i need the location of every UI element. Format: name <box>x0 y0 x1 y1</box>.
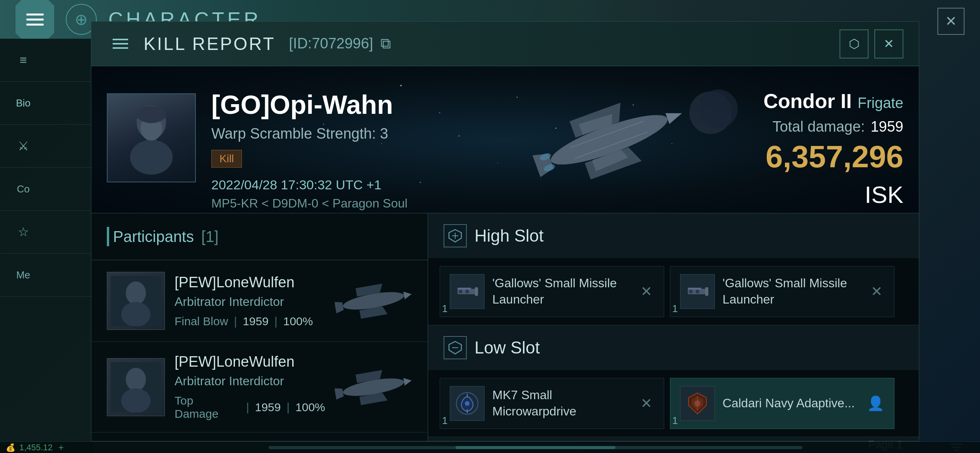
ship-stats: Condor II Frigate Total damage: 1959 6,3… <box>745 66 919 213</box>
ship-svg <box>503 76 716 204</box>
svg-point-59 <box>696 290 699 293</box>
participant-item-1[interactable]: [PEW]LoneWulfen Arbitrator Interdictor F… <box>91 260 428 342</box>
svg-rect-56 <box>705 287 708 296</box>
low-slot-item-1[interactable]: 1 MK7 Small Microwarpdrive <box>440 378 664 429</box>
svg-point-53 <box>459 290 463 293</box>
victim-warp-scramble: Warp Scramble Strength: 3 <box>211 125 474 142</box>
low-slot-item-2-user-icon: 👤 <box>867 395 884 412</box>
ship-area <box>474 66 745 213</box>
high-slot-item-2-qty: 1 <box>672 303 678 315</box>
mwd-icon-svg <box>454 390 481 417</box>
high-slot-icon <box>444 224 467 247</box>
participant-stats-2: Top Damage | 1959 | 100% <box>175 394 325 420</box>
low-slot-title: Low Slot <box>475 338 540 357</box>
external-link-button[interactable]: ⬡ <box>840 29 869 58</box>
total-damage-value: 1959 <box>870 118 903 135</box>
svg-rect-51 <box>475 287 478 296</box>
wallet-icon: 💰 <box>6 443 15 452</box>
low-slot-item-2-name: Caldari Navy Adaptive... <box>723 395 859 412</box>
main-menu-button[interactable] <box>15 0 54 39</box>
isk-amount: 6,357,296 <box>766 139 903 174</box>
participants-panel: Participants [1] [PEW]LoneWulfen Arbitra… <box>91 213 428 441</box>
horizontal-scrollbar <box>91 441 980 453</box>
participants-header-bar <box>107 227 109 246</box>
menu-line-1 <box>113 39 128 40</box>
sidebar-item-co[interactable]: Co <box>0 168 93 211</box>
low-slot-item-2[interactable]: 1 Caldari Navy Adaptive... 👤 <box>670 378 894 429</box>
main-content: Participants [1] [PEW]LoneWulfen Arbitra… <box>91 213 919 441</box>
svg-point-58 <box>689 290 693 293</box>
shield-adaptive-svg <box>684 390 711 417</box>
svg-point-54 <box>465 290 469 293</box>
sidebar-item-bio[interactable]: Bio <box>0 82 93 125</box>
participants-title: Participants [1] <box>113 228 219 245</box>
mid-slot-header: Mid Slot <box>428 437 919 441</box>
participant-stats-1: Final Blow | 1959 | 100% <box>175 315 325 328</box>
left-sidebar: ≡ Bio ⚔ Co ☆ Me 💰 1,455.12 + <box>0 39 93 453</box>
ship-type: Frigate <box>858 95 903 112</box>
high-slot-item-2[interactable]: 1 'Gallows' Small Missile Launcher <box>670 266 894 317</box>
kill-report-title: KILL REPORT <box>144 33 276 54</box>
victim-section: [GO]Opi-Wahn Warp Scramble Strength: 3 K… <box>91 66 919 213</box>
low-slot-icon <box>444 336 467 359</box>
wallet-bar: 💰 1,455.12 + <box>0 441 93 453</box>
kill-report-id: [ID:7072996] ⧉ <box>289 35 391 52</box>
high-slot-items: 1 'Gallows' Small Missile Launcher <box>428 258 919 325</box>
low-slot-item-1-name: MK7 Small Microwarpdrive <box>492 387 631 419</box>
high-slot-item-2-icon <box>680 274 715 309</box>
svg-point-41 <box>121 388 151 412</box>
sidebar-item-combat[interactable]: ⚔ <box>0 125 93 168</box>
svg-marker-43 <box>403 376 412 385</box>
victim-avatar-inner <box>108 94 195 182</box>
sidebar-item-menu[interactable]: ≡ <box>0 39 93 82</box>
close-kill-report-button[interactable]: ✕ <box>874 29 903 58</box>
isk-value-row: 6,357,296 ISK <box>760 139 903 210</box>
ship-name: Condor II <box>764 89 852 113</box>
kill-report-menu-button[interactable] <box>107 30 134 57</box>
svg-marker-21 <box>665 108 684 124</box>
co-icon: Co <box>14 179 33 199</box>
menu-icon <box>26 14 44 26</box>
victim-info: [GO]Opi-Wahn Warp Scramble Strength: 3 K… <box>211 66 474 213</box>
high-slot-header: High Slot <box>428 213 919 258</box>
slot-shield-svg <box>447 228 463 244</box>
participant-2-ship-svg <box>335 364 412 410</box>
low-slot-item-1-close[interactable]: ✕ <box>639 393 654 414</box>
participant-item-2[interactable]: [PEW]LoneWulfen Arbitrator Interdictor T… <box>91 342 428 432</box>
high-slot-item-1-name: 'Gallows' Small Missile Launcher <box>492 275 631 307</box>
svg-marker-36 <box>335 300 344 313</box>
scrollbar-track[interactable] <box>269 446 802 449</box>
svg-marker-22 <box>533 150 555 177</box>
high-slot-item-1-close[interactable]: ✕ <box>639 281 654 302</box>
scrollbar-thumb[interactable] <box>456 446 615 449</box>
high-slot-title: High Slot <box>475 226 544 245</box>
missile-launcher-icon-svg-1 <box>454 278 481 305</box>
low-slot-items: 1 MK7 Small Microwarpdrive <box>428 370 919 437</box>
wallet-add-icon[interactable]: + <box>58 442 64 453</box>
sidebar-item-star[interactable]: ☆ <box>0 211 93 254</box>
low-slot-item-2-icon <box>680 386 715 421</box>
participant-avatar-2 <box>107 358 165 416</box>
kill-report-header: KILL REPORT [ID:7072996] ⧉ ⬡ ✕ <box>91 22 919 66</box>
participant-name-1: [PEW]LoneWulfen <box>175 274 325 291</box>
high-slot-item-1-qty: 1 <box>442 303 447 315</box>
participant-ship-img-2 <box>335 364 412 410</box>
combat-icon: ⚔ <box>14 136 33 156</box>
missile-launcher-icon-svg-2 <box>684 278 711 305</box>
total-damage-label: Total damage: <box>773 118 865 135</box>
sidebar-item-me[interactable]: Me <box>0 254 93 297</box>
high-slot-section: High Slot 1 <box>428 213 919 325</box>
star-icon: ☆ <box>14 222 33 242</box>
kill-report-panel: KILL REPORT [ID:7072996] ⧉ ⬡ ✕ <box>91 21 919 441</box>
copy-icon[interactable]: ⧉ <box>380 35 391 51</box>
bio-icon: Bio <box>14 93 33 113</box>
equipment-panel: High Slot 1 <box>428 213 919 441</box>
me-icon: Me <box>14 265 33 285</box>
victim-name: [GO]Opi-Wahn <box>211 89 474 120</box>
svg-point-16 <box>130 140 173 175</box>
victim-location: MP5-KR < D9DM-0 < Paragon Soul <box>211 196 474 211</box>
svg-rect-19 <box>137 113 166 118</box>
high-slot-item-2-close[interactable]: ✕ <box>869 281 884 302</box>
app-close-button[interactable]: ✕ <box>937 8 965 35</box>
high-slot-item-1[interactable]: 1 'Gallows' Small Missile Launcher <box>440 266 664 317</box>
